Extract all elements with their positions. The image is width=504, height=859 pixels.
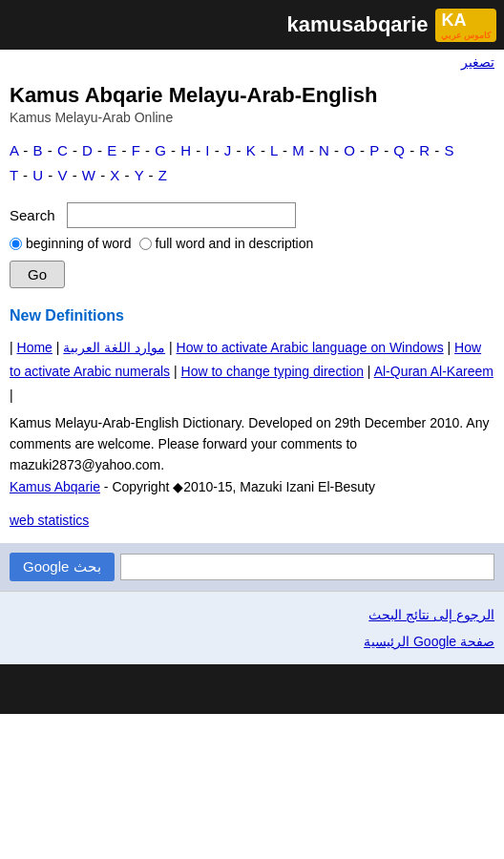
alpha-line2: T - U - V - W - X - Y - Z (10, 167, 167, 183)
google-footer: الرجوع إلى نتائج البحث صفحة Google الرئي… (0, 591, 504, 664)
alpha-link-G[interactable]: G (155, 142, 166, 158)
links-section: | Home | موارد اللغة العربية | How to ac… (10, 336, 494, 409)
web-statistics-link[interactable]: web statistics (10, 513, 89, 528)
alpha-link-O[interactable]: O (344, 142, 355, 158)
quran-link[interactable]: Al-Quran Al-Kareem (374, 364, 494, 379)
alpha-link-B[interactable]: B (33, 142, 43, 158)
radio-fullword[interactable]: full word and in description (139, 236, 314, 251)
logo-text: KA (441, 10, 466, 30)
radio-beginning[interactable]: beginning of word (10, 236, 132, 251)
home-link[interactable]: Home (17, 340, 52, 355)
alpha-link-U[interactable]: U (32, 167, 43, 183)
alpha-link-T[interactable]: T (10, 167, 18, 183)
go-button[interactable]: Go (10, 261, 65, 288)
tsgir-link[interactable]: تصغير (461, 54, 494, 70)
kamus-abqarie-link[interactable]: Kamus Abqarie (10, 479, 100, 494)
alpha-link-A[interactable]: A (10, 142, 18, 158)
radio-fullword-input[interactable] (139, 238, 152, 250)
new-definitions-label: New Definitions (10, 307, 494, 325)
alpha-link-X[interactable]: X (110, 167, 119, 183)
description-text: Kamus Melayu-Arab-English Dictionary. De… (10, 412, 494, 498)
alpha-line1: A - B - C - D - E - F - G - H - I - J - … (10, 142, 454, 158)
radio-beginning-input[interactable] (10, 238, 22, 250)
alpha-link-D[interactable]: D (82, 142, 93, 158)
alpha-link-F[interactable]: F (132, 142, 140, 158)
google-home-link[interactable]: صفحة Google الرئيسية (10, 628, 494, 655)
alpha-link-Q[interactable]: Q (393, 142, 405, 158)
radio-fullword-label: full word and in description (156, 236, 314, 251)
alpha-link-W[interactable]: W (82, 167, 95, 183)
search-row: Search (10, 202, 494, 228)
app-title: kamusabqarie (287, 12, 429, 37)
alpha-link-Y[interactable]: Y (135, 167, 144, 183)
radio-beginning-label: beginning of word (26, 236, 132, 251)
alpha-link-K[interactable]: K (246, 142, 256, 158)
logo-sub: كاموس عربي (441, 31, 491, 40)
google-bar: بحث Google (0, 543, 504, 591)
alpha-link-I[interactable]: I (205, 142, 209, 158)
alpha-link-C[interactable]: C (57, 142, 68, 158)
alpha-link-M[interactable]: M (292, 142, 304, 158)
alpha-link-V[interactable]: V (57, 167, 67, 183)
alpha-link-E[interactable]: E (107, 142, 116, 158)
search-input[interactable] (67, 202, 296, 228)
howto-arabic-link[interactable]: How to activate Arabic language on Windo… (177, 340, 444, 355)
tsgir-row: تصغير (0, 50, 504, 72)
alphabet-nav: A - B - C - D - E - F - G - H - I - J - … (10, 138, 494, 187)
main-content: Kamus Abqarie Melayu-Arab-English Kamus … (0, 72, 504, 535)
google-results-link[interactable]: الرجوع إلى نتائج البحث (10, 601, 494, 628)
sub-title: Kamus Melayu-Arab Online (10, 110, 494, 125)
howto-typing-link[interactable]: How to change typing direction (181, 364, 364, 379)
alpha-link-Z[interactable]: Z (158, 167, 167, 183)
alpha-link-R[interactable]: R (419, 142, 430, 158)
copyright-text: - Copyright ◆2010-15, Mazuki Izani El-Be… (100, 479, 375, 494)
arabic-resources-link[interactable]: موارد اللغة العربية (63, 340, 165, 355)
google-search-button[interactable]: بحث Google (10, 553, 115, 581)
alpha-link-J[interactable]: J (224, 142, 232, 158)
app-logo: KA كاموس عربي (435, 9, 496, 42)
alpha-link-S[interactable]: S (445, 142, 454, 158)
google-search-input[interactable] (120, 554, 494, 580)
alpha-link-P[interactable]: P (369, 142, 379, 158)
radio-options: beginning of word full word and in descr… (10, 236, 494, 251)
search-label: Search (10, 207, 59, 223)
bottom-bar (0, 664, 504, 714)
desc-body: Kamus Melayu-Arab-English Dictionary. De… (10, 415, 489, 473)
top-bar: kamusabqarie KA كاموس عربي (0, 0, 504, 50)
main-title: Kamus Abqarie Melayu-Arab-English (10, 83, 494, 108)
alpha-link-H[interactable]: H (180, 142, 191, 158)
alpha-link-L[interactable]: L (270, 142, 278, 158)
alpha-link-N[interactable]: N (319, 142, 329, 158)
